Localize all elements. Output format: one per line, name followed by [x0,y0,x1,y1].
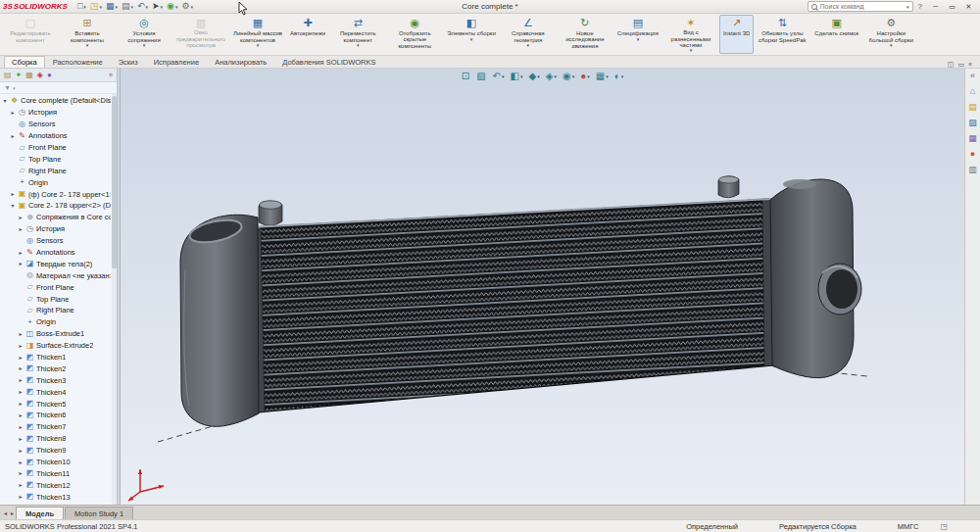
scroll-tabs-left-icon[interactable]: ◂ [2,509,9,516]
tree-item[interactable]: ▸ ◩ Thicken1 [0,352,117,363]
tree-item[interactable]: ▸ ◷ История [0,107,117,119]
command-tab[interactable]: Расположение [45,56,111,68]
left-mount-stub[interactable] [259,201,282,225]
chevron-down-icon[interactable] [130,4,133,10]
close-button[interactable]: ✕ [960,0,977,13]
chevron-down-icon[interactable] [143,43,146,48]
ribbon-button[interactable]: ⇅ Обновить узлы сборки SpeedPak [754,15,810,54]
quick-access-button[interactable]: ◳ [88,1,104,13]
command-tab[interactable]: Анализировать [207,56,274,68]
dimxpertmanager-tab-icon[interactable]: ◈ [37,72,43,79]
tree-item[interactable]: ▸ ◩ Thicken2 [0,363,117,374]
quick-access-button[interactable]: ➤ [150,1,165,13]
quick-access-button[interactable]: ▦ [104,1,120,13]
minimize-button[interactable]: ─ [927,0,944,13]
custom-properties-icon[interactable]: ▥ [968,166,977,174]
tree-item[interactable]: ◎ Sensors [0,235,117,247]
status-unit-system[interactable]: ММГС [898,522,919,531]
tree-item[interactable]: ▱ Front Plane [0,142,117,154]
tree-item[interactable]: ▸ ◩ Thicken9 [0,445,117,457]
chevron-down-icon[interactable] [890,43,893,48]
tree-item[interactable]: ▸ ◩ Thicken11 [0,468,117,480]
tree-item[interactable]: ▸ ◩ Thicken13 [0,491,117,503]
expander-icon[interactable]: ▸ [18,250,24,256]
ribbon-button[interactable]: ▦ Линейный массив компонентов [229,15,286,54]
hud-button[interactable]: ▦ [593,70,612,82]
command-search[interactable]: ▾ [808,1,913,12]
bottom-tab[interactable]: Motion Study 1 [65,507,133,519]
tree-item[interactable]: ▸ ◩ Thicken7 [0,421,117,433]
scroll-tabs-right-icon[interactable]: ▸ [9,509,16,516]
ribbon-button[interactable]: ↗ Instant 3D [719,15,754,54]
tree-item[interactable]: ▸ ✎ Annotations [0,130,117,142]
expander-icon[interactable]: ▸ [18,343,24,349]
ribbon-button[interactable]: ▤ Спецификация [613,15,662,54]
chevron-down-icon[interactable] [502,73,505,79]
status-tag-icon[interactable]: ◳ [940,522,948,531]
ribbon-button[interactable]: ◎ Условия сопряжения [116,15,172,54]
tree-item[interactable]: ◎ Sensors [0,119,117,130]
tree-item[interactable]: ▱ Front Plane [0,281,117,293]
hud-button[interactable]: ▧ [473,70,489,82]
ribbon-button[interactable]: ⊞ Вставить компоненты [59,15,116,54]
display-pane-toggle-icon[interactable]: ◫ [948,61,955,68]
chevron-down-icon[interactable] [175,4,178,10]
tree-item[interactable]: ▸ ◩ Thicken6 [0,410,117,421]
tree-item[interactable]: ▱ Top Plane [0,153,117,165]
expander-icon[interactable]: ▸ [18,377,24,383]
expander-icon[interactable]: ▸ [18,459,24,465]
ribbon-button[interactable]: ▢ Редактировать компонент [2,15,59,54]
chevron-down-icon[interactable]: ▾ [906,4,909,10]
expander-icon[interactable]: ▸ [18,389,24,395]
ribbon-button[interactable]: ◉ Отобразить скрытые компоненты [386,15,443,54]
command-search-input[interactable] [820,3,904,10]
tree-item[interactable]: ▸ ◫ Boss-Extrude1 [0,328,117,340]
left-end-tank[interactable] [180,215,259,426]
collapse-commandmanager-icon[interactable]: « [968,61,972,68]
filter-funnel-icon[interactable]: ▼ [4,84,11,91]
tree-item[interactable]: + Origin [0,316,117,328]
expander-icon[interactable]: ▸ [18,226,24,232]
tree-scrollbar[interactable] [112,94,117,505]
tree-item[interactable]: ▸ ◩ Thicken12 [0,479,117,491]
view-palette-icon[interactable]: ▦ [968,134,977,143]
quick-access-button[interactable]: ⚙ [179,1,195,13]
expander-icon[interactable]: ▸ [18,448,24,454]
tree-item[interactable]: ▱ Right Plane [0,305,117,316]
ribbon-button[interactable]: ↻ Новое исследование движения [557,15,613,54]
tree-item[interactable]: ▱ Top Plane [0,293,117,305]
expander-icon[interactable]: ▸ [18,424,24,430]
tree-item[interactable]: + Origin [0,176,117,188]
command-tab[interactable]: Эскиз [111,56,146,68]
ribbon-button[interactable]: ▣ Сделать снимок [810,15,862,54]
help-button[interactable]: ? [913,2,927,11]
tree-item[interactable]: ▸ ◩ Thicken5 [0,398,117,410]
expander-icon[interactable]: ▸ [18,436,24,442]
chevron-down-icon[interactable] [146,4,149,10]
chevron-down-icon[interactable] [637,37,640,42]
quick-access-button[interactable]: ↶ [135,1,150,13]
quick-access-button[interactable]: □ [75,1,88,13]
chevron-down-icon[interactable] [527,43,530,48]
hud-button[interactable]: ◧ [508,70,526,82]
intercooler-core[interactable] [252,199,773,412]
graphics-viewport[interactable]: ⊡ ▧ ↶ ◧ ◆ [121,69,964,505]
ribbon-button[interactable]: ✶ Вид с разнесенными частями [662,15,719,54]
chevron-down-icon[interactable] [357,43,360,48]
chevron-down-icon[interactable] [621,73,624,79]
expander-icon[interactable]: ▾ [10,203,16,209]
chevron-down-icon[interactable] [257,43,260,48]
chevron-down-icon[interactable] [161,4,164,10]
tree-item[interactable]: ▸ ◩ Thicken8 [0,433,117,445]
expander-icon[interactable]: ▸ [18,401,24,407]
chevron-down-icon[interactable] [115,4,118,10]
resources-home-icon[interactable]: ⌂ [970,87,975,96]
chevron-down-icon[interactable] [587,73,590,79]
quick-access-button[interactable]: ▤ [120,1,135,13]
quick-access-button[interactable]: ◉ [165,1,179,13]
expander-icon[interactable]: ▸ [10,133,16,139]
design-library-icon[interactable]: ▤ [968,103,977,112]
ribbon-button[interactable]: ✚ Автокрепежи [286,15,329,54]
chevron-down-icon[interactable] [191,4,194,10]
command-tab[interactable]: Исправление [146,56,207,68]
